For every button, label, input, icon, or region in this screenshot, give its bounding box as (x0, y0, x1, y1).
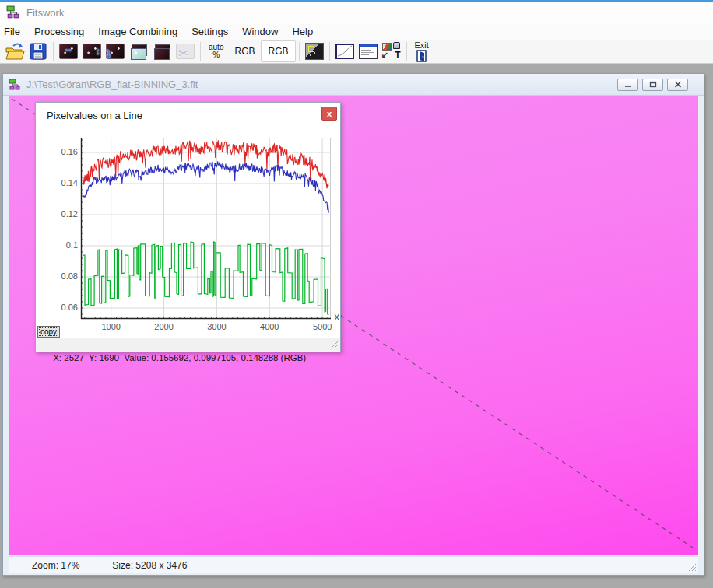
annotate-text-icon: ↙ T (381, 42, 402, 61)
flip-vertical-button[interactable]: ↕ (80, 40, 104, 62)
y-tick-label: 0.12 (47, 209, 78, 219)
rotate-icon: ⤵ (106, 44, 125, 59)
y-tick-label: 0.1 (47, 240, 78, 250)
rotate-image-button[interactable]: ⤵ (104, 40, 127, 62)
menu-file[interactable]: File (0, 23, 27, 40)
menu-settings[interactable]: Settings (184, 23, 235, 40)
copy-button[interactable]: copy (37, 326, 60, 338)
dialog-title: Pixelvalues on a Line (47, 110, 142, 121)
save-floppy-icon (30, 43, 47, 60)
flip-horizontal-button[interactable]: ↔ (57, 40, 80, 62)
x-axis-title: X (334, 313, 339, 322)
document-statusbar: Zoom: 17% Size: 5208 x 3476 (9, 556, 698, 573)
mdi-client-area: J:\Test\Göran\RGB_flat-BINNING_3.fit Zoo… (0, 64, 713, 588)
duplicate-image-icon (153, 44, 171, 59)
document-icon (9, 79, 21, 91)
flip-horizontal-icon: ↔ (59, 44, 78, 59)
dialog-resize-grip[interactable] (330, 341, 339, 349)
header-window-button[interactable] (356, 40, 380, 62)
dialog-close-button[interactable]: x (321, 107, 337, 121)
document-title: J:\Test\Göran\RGB_flat-BINNING_3.fit (26, 79, 613, 90)
menubar: File Processing Image Combining Settings… (0, 23, 713, 40)
copy-image-button[interactable] (127, 40, 150, 62)
document-titlebar[interactable]: J:\Test\Göran\RGB_flat-BINNING_3.fit (3, 74, 704, 96)
x-tick-label: 3000 (200, 322, 233, 331)
toolbar-separator (200, 42, 201, 61)
fitswork-logo-icon (6, 5, 20, 19)
app-title: Fitswork (26, 7, 64, 19)
rgb-mode-active-button[interactable]: RGB (261, 40, 295, 62)
x-tick-label: 5000 (306, 322, 339, 331)
window-controls (613, 79, 688, 91)
dialog-titlebar[interactable]: Pixelvalues on a Line x (36, 103, 340, 126)
flip-vertical-icon: ↕ (83, 44, 101, 59)
toolbar-separator (299, 42, 300, 61)
toolbar-separator (53, 42, 54, 61)
x-tick-label: 4000 (253, 322, 286, 331)
open-file-button[interactable] (3, 40, 26, 62)
crop-scissors-icon: ✂ (176, 44, 195, 59)
toolbar: ↔ ↕ ⤵ ✂ auto % RGB RGB (0, 40, 713, 64)
toolbar-separator (406, 42, 407, 61)
menu-processing[interactable]: Processing (27, 23, 91, 40)
copy-image-icon (129, 44, 148, 59)
minimize-button[interactable] (617, 79, 638, 91)
x-tick-label: 2000 (148, 322, 181, 331)
y-tick-label: 0.08 (47, 271, 78, 281)
close-window-button[interactable] (667, 79, 688, 91)
exit-door-icon (415, 50, 429, 62)
app-titlebar: Fitswork (0, 2, 713, 23)
percent-label: % (209, 51, 223, 59)
menu-window[interactable]: Window (235, 23, 285, 40)
y-tick-label: 0.06 (47, 303, 78, 312)
restore-button[interactable] (642, 79, 663, 91)
y-tick-label: 0.16 (47, 147, 78, 156)
annotate-button[interactable]: ↙ T (380, 40, 403, 62)
exit-label: Exit (415, 41, 429, 50)
menu-help[interactable]: Help (285, 23, 320, 40)
region-marker-icon (305, 43, 324, 60)
image-size: Size: 5208 x 3476 (112, 560, 187, 571)
histogram-window-icon (335, 44, 354, 59)
auto-scale-button[interactable]: auto % (204, 40, 228, 62)
y-tick-label: 0.14 (47, 178, 78, 187)
line-profile-chart (81, 138, 331, 318)
open-folder-icon (5, 42, 25, 61)
duplicate-image-button[interactable] (150, 40, 174, 62)
exit-button[interactable]: Exit (410, 40, 434, 62)
x-tick-label: 1000 (95, 322, 128, 331)
crop-button[interactable]: ✂ (174, 40, 197, 62)
save-file-button[interactable] (26, 40, 50, 62)
histogram-window-button[interactable] (333, 40, 356, 62)
pixelvalues-dialog: Pixelvalues on a Line x 0.160.140.120.10… (35, 102, 341, 352)
cursor-readout: X: 2527 Y: 1690 Value: 0.155692, 0.09971… (53, 353, 306, 362)
dialog-statusbar: X: 2527 Y: 1690 Value: 0.155692, 0.09971… (36, 338, 340, 352)
region-marker-button[interactable] (303, 40, 326, 62)
rgb-mode-button[interactable]: RGB (228, 40, 261, 62)
resize-grip[interactable] (688, 563, 697, 572)
toolbar-separator (329, 42, 330, 61)
menu-image-combining[interactable]: Image Combining (91, 23, 184, 40)
zoom-level: Zoom: 17% (32, 560, 79, 571)
header-window-icon (359, 44, 378, 59)
